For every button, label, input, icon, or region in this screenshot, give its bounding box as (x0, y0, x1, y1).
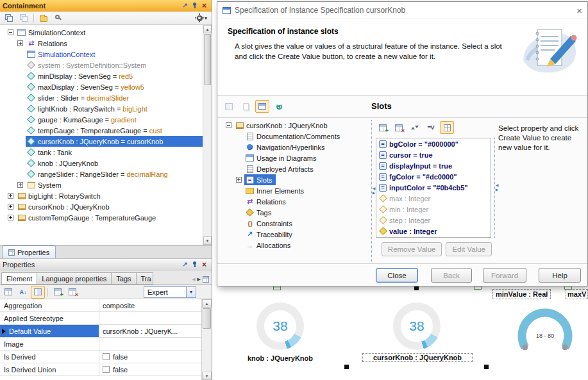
min-value-label[interactable]: minValue : Real (492, 289, 551, 299)
use-panel-button[interactable] (255, 100, 269, 113)
open-in-new-tab-button[interactable] (37, 12, 51, 24)
property-row[interactable]: Applied Stereotype (0, 312, 201, 325)
property-name-cell[interactable]: Is Derived Union (0, 363, 99, 376)
containment-tree-item[interactable]: bigLight : RotarySwitch (0, 190, 203, 201)
dialog-tree-item[interactable]: Constraints (222, 218, 370, 229)
scroll-thumb[interactable] (203, 308, 211, 329)
slot-item[interactable]: max : Integer (376, 193, 491, 204)
collapse-all-button[interactable] (65, 286, 80, 299)
slot-item[interactable]: cursor = true (376, 149, 491, 160)
containment-tree-item[interactable]: cursorKnob : JQueryKnob = cursorKnob (0, 136, 203, 147)
containment-tree-item[interactable]: maxDisplay : SevenSeg = yellow5 (0, 81, 203, 92)
scroll-up-button[interactable]: ▲ (202, 299, 212, 308)
containment-tree-item[interactable]: rangeSlider : RangeSlider = decimalRang (0, 169, 203, 179)
plus-expander-icon[interactable] (8, 193, 13, 199)
property-name-cell[interactable]: Image (0, 338, 99, 350)
property-value-cell[interactable]: cursorKnob : JQueryK... (99, 325, 201, 337)
containment-tree-item[interactable]: minDisplay : SevenSeg = red5 (0, 70, 203, 81)
reorder-button[interactable] (408, 121, 422, 134)
containment-tree-item[interactable]: tank : Tank (0, 147, 203, 158)
dialog-tree-item[interactable]: Usage in Diagrams (222, 153, 370, 163)
property-value-cell[interactable]: false (99, 363, 201, 376)
containment-tree-item[interactable]: SimulationContext (0, 27, 203, 38)
scroll-up-button[interactable]: ▲ (203, 25, 212, 33)
properties-dock-tab[interactable]: Properties (2, 245, 56, 258)
slot-item[interactable]: bgColor = "#000000" (376, 138, 491, 149)
dialog-titlebar[interactable]: Specification of Instance Specification … (217, 2, 587, 19)
plus-expander-icon[interactable] (8, 215, 13, 220)
tabs-scroll-right-button[interactable]: ▶ (197, 277, 201, 282)
expand-all-button[interactable] (51, 286, 65, 299)
cursor-knob-widget[interactable]: 38 (393, 302, 441, 350)
checkbox[interactable] (103, 353, 110, 360)
property-name-cell[interactable]: Applied Stereotype (0, 312, 99, 324)
close-panel-icon[interactable]: × (199, 260, 209, 269)
containment-tree-item[interactable]: system : SystemDefinition::System (0, 60, 203, 70)
selection-handle[interactable] (414, 286, 419, 290)
search-button[interactable] (51, 12, 65, 24)
back-button[interactable]: Back (431, 268, 472, 283)
dialog-close-icon[interactable]: × (576, 6, 582, 15)
help-button[interactable]: Help (539, 268, 581, 283)
property-value-cell[interactable]: composite (99, 299, 201, 311)
checkbox[interactable] (103, 366, 110, 373)
containment-tree-item[interactable]: slider : Slider = decimalSlider (0, 92, 203, 103)
plus-expander-icon[interactable] (17, 40, 23, 46)
refresh-button[interactable] (272, 100, 286, 113)
selection-handle[interactable] (344, 365, 349, 369)
plus-expander-icon[interactable] (8, 204, 13, 210)
categorized-view-button[interactable] (31, 286, 45, 299)
property-value-cell[interactable] (99, 338, 201, 350)
containment-tree-item[interactable]: Relations (0, 38, 203, 49)
dialog-tree-item[interactable]: Deployed Artifacts (222, 163, 370, 174)
containment-tree-item[interactable]: tempGauge : TemperatureGauge = cust (0, 125, 203, 136)
containment-tree-item[interactable]: customTempGauge : TemperatureGauge (0, 212, 203, 223)
tab-element[interactable]: Element (1, 272, 37, 285)
property-name-cell[interactable]: Is Derived (0, 351, 99, 363)
remove-value-button[interactable]: Remove Value (382, 242, 442, 256)
property-row[interactable]: Is Derivedfalse (0, 351, 201, 363)
dialog-tree-item[interactable]: Traceability (222, 229, 370, 240)
close-button[interactable]: Close (376, 268, 418, 283)
containment-tree-item[interactable]: knob : JQueryKnob (0, 158, 203, 169)
properties-scrollbar[interactable]: ▲ ▼ (201, 299, 212, 380)
containment-tree-item[interactable]: cursorKnob : JQueryKnob (0, 201, 203, 212)
property-row[interactable]: Aggregationcomposite (0, 299, 201, 312)
edit-value-button[interactable]: Edit Value (446, 242, 492, 256)
tree-structure-button[interactable] (2, 12, 16, 24)
knob-label[interactable]: knob : JQueryKnob (235, 354, 325, 362)
pin-icon[interactable] (190, 260, 199, 269)
containment-tree-item[interactable]: System (0, 179, 203, 190)
knob-widget[interactable]: 38 (256, 302, 304, 350)
splitter[interactable]: ◀▶ (371, 120, 376, 262)
property-row[interactable]: Default ValuecursorKnob : JQueryK... (0, 325, 201, 338)
slot-item[interactable]: min : Integer (376, 204, 491, 215)
dialog-tree-item[interactable]: Slots (222, 174, 370, 185)
export-button[interactable] (239, 100, 253, 113)
plus-expander-icon[interactable] (236, 177, 242, 183)
dialog-tree-item[interactable]: Tags (222, 207, 370, 218)
scroll-down-button[interactable]: ▼ (203, 236, 212, 245)
grid-view-button[interactable] (440, 121, 454, 134)
slot-item[interactable]: displayInput = true (376, 160, 491, 171)
containment-tree-item[interactable]: SimulationContext (0, 49, 203, 60)
property-name-cell[interactable]: Default Value (0, 325, 99, 337)
minus-expander-icon[interactable] (8, 29, 13, 35)
slot-item[interactable]: value : Integer (376, 226, 491, 236)
property-row[interactable]: Image (0, 338, 201, 351)
splitter[interactable]: ◀▶ (494, 138, 499, 238)
slot-item[interactable]: fgColor = "#dc0000" (376, 171, 491, 182)
plus-expander-icon[interactable] (17, 182, 23, 188)
dialog-tree-item[interactable]: cursorKnob : JQueryKnob (222, 120, 370, 131)
containment-tree-item[interactable]: gauge : KumaGauge = gradient (0, 114, 203, 125)
max-value-label[interactable]: maxV (566, 289, 588, 299)
close-panel-icon[interactable]: × (199, 1, 209, 10)
tabs-menu-button[interactable] (203, 276, 209, 283)
tabs-scroll-left-button[interactable]: ◀ (192, 277, 195, 282)
containment-scrollbar[interactable]: ▲ ▼ (203, 25, 212, 245)
dialog-tree-item[interactable]: Allocations (222, 240, 370, 251)
slot-item[interactable]: step : Integer (376, 215, 491, 226)
tab-language-properties[interactable]: Language properties (37, 272, 112, 285)
pin-icon[interactable] (190, 1, 199, 10)
float-window-icon[interactable]: ↗ (180, 260, 190, 269)
